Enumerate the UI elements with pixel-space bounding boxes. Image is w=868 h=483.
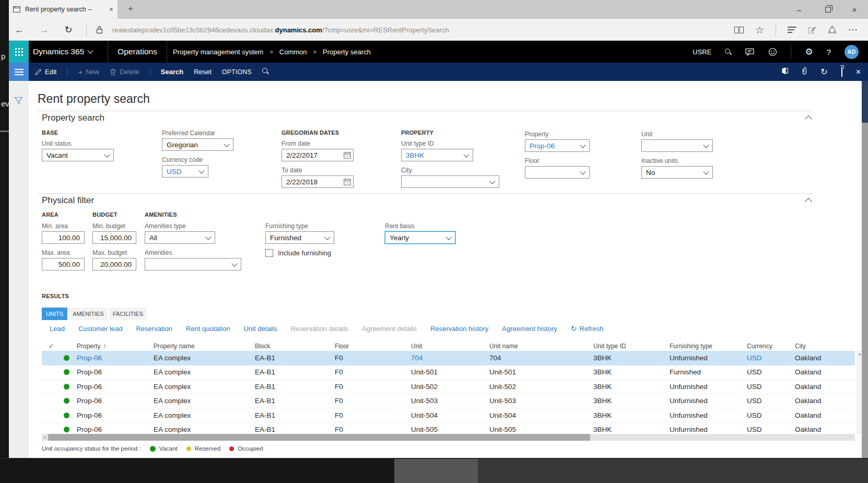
cell-unit[interactable]: Unit-504 [406,411,485,419]
table-row[interactable]: Prop-06EA complexEA-B1F0Unit-501Unit-501… [42,366,855,380]
link-reservation[interactable]: Reservation [136,325,172,333]
search-icon[interactable] [725,49,732,55]
column-header-floor[interactable]: Floor [330,343,406,350]
breadcrumb-item[interactable]: Property management system [173,48,263,56]
cell-currency[interactable]: USD [742,368,790,376]
settings-gear-icon[interactable]: ⚙ [805,48,813,56]
column-header-property-name[interactable]: Property name [149,343,250,350]
share-icon[interactable] [828,26,837,34]
column-header-currency[interactable]: Currency [742,343,790,350]
cell-unit[interactable]: 704 [406,354,485,362]
rent-basis-dropdown[interactable]: Yearly [385,231,455,244]
column-header-block[interactable]: Block [250,343,330,350]
scroll-left-icon[interactable]: ‹ [42,434,48,441]
back-button[interactable]: ← [11,19,27,41]
help-icon[interactable]: ? [827,48,831,56]
table-row[interactable]: Prop-06EA complexEA-B1F0Unit-503Unit-503… [42,394,855,409]
attachment-paperclip-icon[interactable] [802,67,807,77]
cell-property[interactable]: Prop-06 [72,411,149,419]
actionbar-search-icon[interactable] [262,68,269,76]
calendar-icon[interactable] [344,151,351,159]
window-minimize-button[interactable]: – [787,0,811,19]
cell-currency[interactable]: USD [742,411,790,419]
avatar[interactable]: AD [844,45,859,59]
furnishing-type-dropdown[interactable]: Furnished [265,231,334,244]
property-dropdown[interactable]: Prop-06 [525,139,590,152]
breadcrumb-item[interactable]: Common [279,48,307,56]
scrollbar-thumb[interactable] [48,434,590,441]
column-header-unit-name[interactable]: Unit name [485,343,589,350]
refresh-button[interactable]: ↻ [61,19,76,41]
cell-currency[interactable]: USD [742,383,790,391]
cell-currency[interactable]: USD [742,397,790,405]
cell-property[interactable]: Prop-06 [72,368,149,376]
floor-dropdown[interactable] [525,166,590,179]
nav-hamburger-button[interactable] [9,63,29,81]
tab-facilities[interactable]: FACILITIES [109,308,147,320]
column-header-unit-type-id[interactable]: Unit type ID [589,343,665,350]
new-tab-button[interactable]: + [125,4,136,14]
calendar-icon[interactable] [344,178,351,185]
to-date-input[interactable]: 2/22/2018 [281,175,354,188]
inactive-units-dropdown[interactable]: No [641,166,713,179]
collapse-section-icon[interactable] [805,115,812,123]
app-launcher-button[interactable] [9,41,29,63]
breadcrumb-item[interactable]: Property search [323,48,371,56]
max-budget-input[interactable]: 20,000.00 [92,258,136,270]
new-button[interactable]: + New [78,67,99,76]
open-in-new-window-icon[interactable] [841,67,842,77]
min-budget-input[interactable]: 15,000.00 [92,231,136,244]
grid-horizontal-scrollbar[interactable]: ‹ [42,434,855,441]
column-header-property[interactable]: Property ↑ [72,343,149,350]
max-area-input[interactable]: 500.00 [42,258,85,270]
favorites-star-icon[interactable]: ☆ [755,25,764,35]
link-reservation-history[interactable]: Reservation history [430,325,488,333]
office-icon[interactable] [781,67,789,77]
min-area-input[interactable]: 100.00 [42,231,85,244]
preferred-calendar-dropdown[interactable]: Gregorian [162,138,233,151]
cell-currency[interactable]: USD [742,426,790,433]
edit-button[interactable]: Edit [35,68,56,76]
unit-status-dropdown[interactable]: Vacant [42,149,114,161]
tab-amenities[interactable]: AMENITIES [69,308,108,320]
cell-property[interactable]: Prop-06 [72,397,149,405]
link-agreement-history[interactable]: Agreement history [502,325,557,333]
link-refresh[interactable]: ↻ Refresh [571,324,603,333]
from-date-input[interactable]: 2/22/2017 [281,149,354,161]
cell-unit[interactable]: Unit-502 [406,383,485,391]
window-close-button[interactable]: × [842,0,866,19]
link-lead[interactable]: Lead [50,325,65,333]
brand-menu[interactable]: Dynamics 365 [33,41,92,63]
unit-type-id-dropdown[interactable]: 3BHK [401,149,473,161]
column-header-unit[interactable]: Unit [406,343,485,350]
unit-dropdown[interactable] [641,139,713,152]
close-page-icon[interactable]: × [856,67,861,77]
table-row[interactable]: Prop-06EA complexEA-B1F0Unit-504Unit-504… [42,408,855,423]
cell-unit[interactable]: Unit-501 [406,368,485,376]
feedback-icon[interactable] [745,48,755,56]
company-badge[interactable]: USRE [693,48,711,56]
forward-button[interactable]: → [36,19,52,41]
cell-unit[interactable]: Unit-505 [406,426,485,433]
tab-units[interactable]: UNITS [42,308,67,320]
select-all-check[interactable]: ✓ [42,343,61,350]
smiley-icon[interactable] [768,48,777,56]
cell-currency[interactable]: USD [742,354,790,362]
options-menu[interactable]: OPTIONS [222,68,252,76]
column-header-furnishing-type[interactable]: Furnishing type [665,343,742,350]
currency-code-dropdown[interactable]: USD [162,165,208,178]
table-row[interactable]: Prop-06EA complexEA-B1F07047043BHKUnfurn… [42,351,855,366]
web-note-icon[interactable] [808,26,816,34]
collapse-section-icon[interactable] [805,198,812,205]
cell-property[interactable]: Prop-06 [72,383,149,391]
page-scrollbar[interactable] [862,123,868,458]
include-furnishing-checkbox[interactable] [265,249,273,257]
tab-close-icon[interactable]: × [109,5,113,14]
module-label[interactable]: Operations [108,41,167,63]
city-dropdown[interactable] [401,175,499,188]
scroll-up-icon[interactable]: ▴ [859,351,861,356]
more-menu-icon[interactable]: ⋯ [848,25,858,34]
link-customer-lead[interactable]: Customer lead [78,325,123,333]
link-unit-details[interactable]: Unit details [243,325,277,333]
hub-icon[interactable] [788,25,796,34]
